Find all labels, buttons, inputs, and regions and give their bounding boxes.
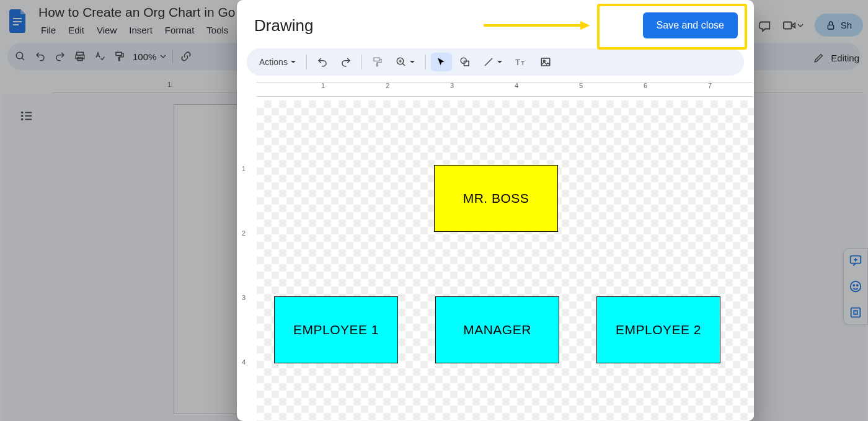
svg-line-32 [485,58,492,66]
org-box-label: MANAGER [463,322,531,337]
drawing-canvas[interactable]: MR. BOSS EMPLOYEE 1 MANAGER EMPLOYEE 2 [257,100,754,421]
toolbar-separator [306,55,307,69]
line-tool-icon[interactable] [478,53,508,71]
drawing-dialog: Drawing Save and close Actions TT 1 2 3 … [237,0,754,421]
ruler-tick: 1 [242,165,246,172]
toolbar-separator [361,55,362,69]
ruler-tick: 4 [242,358,246,366]
textbox-tool-icon[interactable]: TT [510,53,533,71]
dialog-title: Drawing [254,16,313,35]
org-box-label: MR. BOSS [463,191,529,206]
paint-format-icon[interactable] [367,53,388,71]
org-connectors [257,100,443,193]
image-tool-icon[interactable] [535,53,556,71]
drawing-ruler-h: 1 2 3 4 5 6 7 [257,82,754,97]
ruler-tick: 2 [242,229,246,237]
drawing-toolbar: Actions TT [247,48,744,76]
org-box-employee1[interactable]: EMPLOYEE 1 [274,296,398,363]
drawing-ruler-v: 1 2 3 4 [237,100,253,421]
dialog-header: Drawing Save and close [237,0,754,48]
select-tool-icon[interactable] [431,53,452,71]
actions-menu[interactable]: Actions [254,53,301,71]
redo-icon[interactable] [335,53,356,71]
org-box-label: EMPLOYEE 2 [616,322,701,337]
svg-rect-35 [541,58,550,66]
toolbar-separator [425,55,426,69]
save-and-close-button[interactable]: Save and close [643,12,738,38]
svg-text:T: T [515,58,520,67]
ruler-tick: 3 [242,294,246,301]
org-box-employee2[interactable]: EMPLOYEE 2 [596,296,720,363]
org-box-label: EMPLOYEE 1 [293,322,379,337]
undo-icon[interactable] [312,53,333,71]
zoom-menu[interactable] [391,53,420,71]
svg-text:T: T [521,60,525,66]
shape-tool-icon[interactable] [454,53,476,71]
org-box-boss[interactable]: MR. BOSS [434,165,558,232]
svg-rect-25 [374,58,379,61]
drawing-canvas-wrap: 1 2 3 4 5 6 7 1 2 3 4 [237,82,754,421]
svg-line-27 [402,63,405,66]
org-box-manager[interactable]: MANAGER [435,296,559,363]
